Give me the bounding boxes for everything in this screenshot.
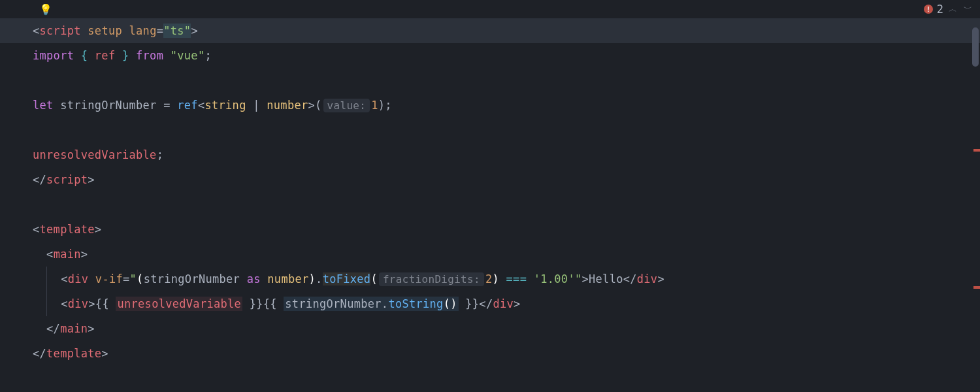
code-line[interactable]: unresolvedVariable; [33, 142, 980, 167]
prev-error-icon[interactable]: ︿ [947, 3, 958, 15]
error-count: 2 [937, 3, 943, 16]
error-stripe[interactable] [971, 18, 980, 392]
lightbulb-icon[interactable]: 💡 [39, 3, 52, 16]
code-line[interactable]: </main> [33, 316, 980, 341]
code-line[interactable]: <div v-if="(stringOrNumber as number).to… [33, 267, 980, 291]
code-line[interactable]: import { ref } from "vue"; [33, 43, 980, 68]
code-line[interactable]: </template> [33, 341, 980, 366]
code-line[interactable]: </script> [33, 167, 980, 192]
editor-top-bar: 💡 ! 2 ︿ ﹀ [0, 0, 980, 18]
problems-indicator[interactable]: ! 2 ︿ ﹀ [924, 3, 973, 16]
inlay-hint: value: [323, 99, 370, 112]
inlay-hint: fractionDigits: [379, 272, 484, 286]
code-line[interactable] [33, 118, 980, 142]
error-mark[interactable] [973, 286, 980, 289]
code-line[interactable]: <main> [33, 242, 980, 267]
code-line[interactable]: <template> [33, 217, 980, 242]
code-area[interactable]: <script setup lang="ts"> import { ref } … [0, 18, 980, 392]
next-error-icon[interactable]: ﹀ [962, 3, 973, 15]
code-line[interactable] [33, 68, 980, 93]
error-icon: ! [924, 5, 933, 14]
code-editor: 💡 ! 2 ︿ ﹀ <script setup lang="ts"> impor… [0, 0, 980, 392]
code-line[interactable]: let stringOrNumber = ref<string | number… [33, 93, 980, 118]
code-line[interactable]: <script setup lang="ts"> [0, 18, 980, 43]
code-line[interactable]: <div>{{ unresolvedVariable }}{{ stringOr… [33, 291, 980, 316]
code-line[interactable] [33, 192, 980, 217]
error-mark[interactable] [973, 149, 980, 152]
